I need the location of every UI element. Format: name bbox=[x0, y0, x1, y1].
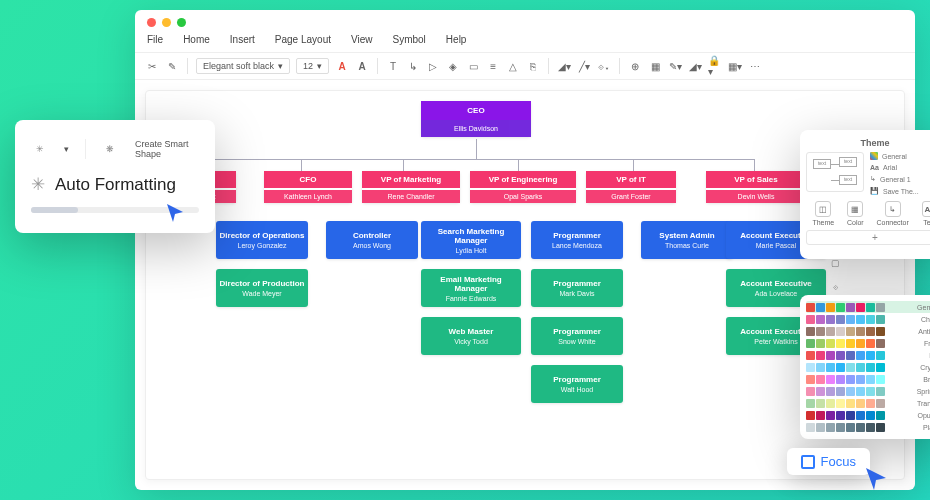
palette-row[interactable]: Opulent bbox=[806, 409, 930, 421]
palette-row[interactable]: Sprinkle bbox=[806, 385, 930, 397]
palette-row[interactable]: Charm bbox=[806, 313, 930, 325]
layers-icon[interactable]: ◈ bbox=[446, 59, 460, 73]
crop2-icon[interactable]: ⟐ bbox=[828, 280, 842, 294]
palette-row[interactable]: Fresh bbox=[806, 337, 930, 349]
org-node-exec[interactable]: VP of ITGrant Foster bbox=[586, 171, 676, 203]
menu-view[interactable]: View bbox=[351, 34, 373, 45]
tab-theme[interactable]: ◫Theme bbox=[812, 201, 834, 226]
palette-row[interactable]: Broad bbox=[806, 373, 930, 385]
menu-insert[interactable]: Insert bbox=[230, 34, 255, 45]
cut-icon[interactable]: ✂ bbox=[145, 59, 159, 73]
org-node-ceo[interactable]: CEO Ellis Davidson bbox=[421, 101, 531, 137]
org-node[interactable]: Email Marketing ManagerFannie Edwards bbox=[421, 269, 521, 307]
menu-symbol[interactable]: Symbol bbox=[393, 34, 426, 45]
org-node-exec[interactable]: CFOKathleen Lynch bbox=[264, 171, 352, 203]
node-name: Walt Hood bbox=[533, 386, 621, 393]
palette-row[interactable]: Placid bbox=[806, 421, 930, 433]
close-dot[interactable] bbox=[147, 18, 156, 27]
menu-help[interactable]: Help bbox=[446, 34, 467, 45]
smart-shape-label: Create Smart Shape bbox=[135, 139, 199, 159]
theme-title: Theme bbox=[806, 138, 930, 148]
tab-color[interactable]: ▦Color bbox=[847, 201, 864, 226]
opt-font[interactable]: AaArial bbox=[870, 164, 919, 171]
pen-icon[interactable]: ✎▾ bbox=[668, 59, 682, 73]
font-select[interactable]: Elegant soft black▾ bbox=[196, 58, 290, 74]
theme-preview[interactable]: text text text bbox=[806, 152, 864, 192]
grid-icon[interactable]: ▦▾ bbox=[728, 59, 742, 73]
org-node[interactable]: System AdminThomas Curie bbox=[641, 221, 733, 259]
opt-connector[interactable]: ↳General 1 bbox=[870, 175, 919, 183]
focus-button[interactable]: Focus bbox=[787, 448, 870, 475]
node-title: Director of Production bbox=[218, 279, 306, 288]
node-name: Amos Wong bbox=[328, 242, 416, 249]
node-title: Programmer bbox=[533, 327, 621, 336]
window-controls bbox=[147, 18, 186, 27]
palette-row[interactable]: Live bbox=[806, 349, 930, 361]
node-title: CFO bbox=[264, 171, 352, 188]
org-node[interactable]: Director of ProductionWade Meyer bbox=[216, 269, 308, 307]
node-name: Wade Meyer bbox=[218, 290, 306, 297]
opt-save[interactable]: 💾Save The... bbox=[870, 187, 919, 195]
palette-name: Antique bbox=[918, 328, 930, 335]
fill-icon[interactable]: ◢▾ bbox=[557, 59, 571, 73]
node-name: Lance Mendoza bbox=[533, 242, 621, 249]
paintbrush-icon[interactable]: ✎ bbox=[165, 59, 179, 73]
text-tool-icon[interactable]: T bbox=[386, 59, 400, 73]
org-node[interactable]: Web MasterVicky Todd bbox=[421, 317, 521, 355]
more-icon[interactable]: ⋯ bbox=[748, 59, 762, 73]
zoom-icon[interactable]: ⊕ bbox=[628, 59, 642, 73]
font-size[interactable]: 12▾ bbox=[296, 58, 329, 74]
table-icon[interactable]: ▦ bbox=[648, 59, 662, 73]
menu-file[interactable]: File bbox=[147, 34, 163, 45]
menu-home[interactable]: Home bbox=[183, 34, 210, 45]
lock-icon[interactable]: 🔒▾ bbox=[708, 59, 722, 73]
node-name: Thomas Curie bbox=[643, 242, 731, 249]
pointer-icon[interactable]: ▷ bbox=[426, 59, 440, 73]
org-node[interactable]: ProgrammerSnow White bbox=[531, 317, 623, 355]
org-node[interactable]: Director of OperationsLeroy Gonzalez bbox=[216, 221, 308, 259]
connector bbox=[476, 139, 477, 159]
palette-row[interactable]: Crystal bbox=[806, 361, 930, 373]
tab-connector[interactable]: ↳Connector bbox=[876, 201, 908, 226]
palette-row[interactable]: General bbox=[806, 301, 930, 313]
line-icon[interactable]: ╱▾ bbox=[577, 59, 591, 73]
highlight-icon[interactable]: ◢▾ bbox=[688, 59, 702, 73]
palette-name: Charm bbox=[921, 316, 930, 323]
auto-formatting-button[interactable]: ✳ Auto Formatting bbox=[25, 164, 205, 199]
palette-row[interactable]: Tranquil bbox=[806, 397, 930, 409]
node-title: VP of Sales bbox=[706, 171, 806, 188]
opt-general[interactable]: General bbox=[870, 152, 919, 160]
crop-icon[interactable]: ⟐▾ bbox=[597, 59, 611, 73]
app-window: File Home Insert Page Layout View Symbol… bbox=[135, 10, 915, 490]
auto-format-label: Auto Formatting bbox=[55, 175, 176, 195]
org-node[interactable]: ProgrammerWalt Hood bbox=[531, 365, 623, 403]
add-theme-button[interactable]: + bbox=[806, 230, 930, 245]
theme-options: General AaArial ↳General 1 💾Save The... bbox=[870, 152, 919, 195]
bold-icon[interactable]: A bbox=[355, 59, 369, 73]
palette-name: Fresh bbox=[924, 340, 930, 347]
menu-layout[interactable]: Page Layout bbox=[275, 34, 331, 45]
org-node[interactable]: Search Marketing ManagerLydia Holt bbox=[421, 221, 521, 259]
org-node-exec[interactable]: VP of MarketingRene Chandler bbox=[362, 171, 460, 203]
connector bbox=[403, 159, 404, 171]
min-dot[interactable] bbox=[162, 18, 171, 27]
tab-text[interactable]: AaText bbox=[922, 201, 930, 226]
org-node-exec[interactable]: VP of SalesDevin Wells bbox=[706, 171, 806, 203]
font-color-icon[interactable]: A bbox=[335, 59, 349, 73]
link-icon[interactable]: ⎘ bbox=[526, 59, 540, 73]
popup-row-1[interactable]: ✳▾ ❋ Create Smart Shape bbox=[25, 134, 205, 164]
max-dot[interactable] bbox=[177, 18, 186, 27]
triangle-icon[interactable]: △ bbox=[506, 59, 520, 73]
shape-icon[interactable]: ▭ bbox=[466, 59, 480, 73]
align-icon[interactable]: ≡ bbox=[486, 59, 500, 73]
org-node[interactable]: ControllerAmos Wong bbox=[326, 221, 418, 259]
connector-icon[interactable]: ↳ bbox=[406, 59, 420, 73]
diagram-canvas[interactable]: CEO Ellis Davidson COOGonzalezCFOKathlee… bbox=[145, 90, 905, 480]
org-node[interactable]: ProgrammerMark Davis bbox=[531, 269, 623, 307]
org-node[interactable]: ProgrammerLance Mendoza bbox=[531, 221, 623, 259]
focus-label: Focus bbox=[821, 454, 856, 469]
org-node-exec[interactable]: VP of EngineeringOpal Sparks bbox=[470, 171, 576, 203]
cursor-icon bbox=[165, 202, 187, 224]
palette-name: Opulent bbox=[917, 412, 930, 419]
palette-row[interactable]: Antique bbox=[806, 325, 930, 337]
